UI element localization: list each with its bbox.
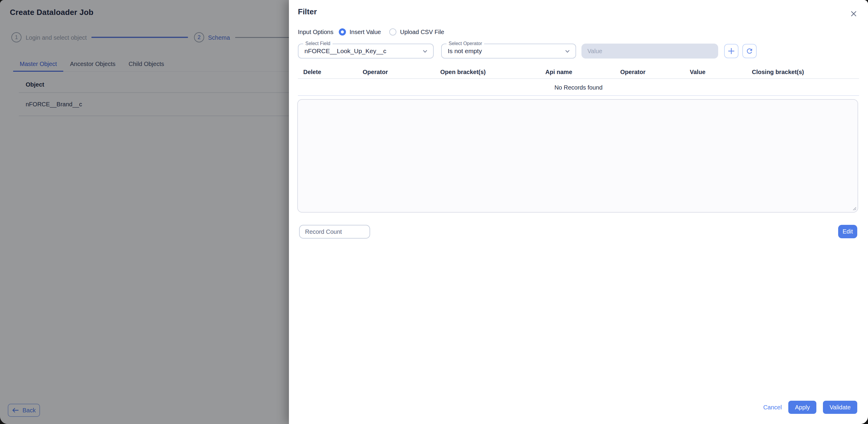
empty-records-message: No Records found bbox=[289, 84, 868, 91]
close-icon bbox=[850, 10, 858, 18]
column-header-delete: Delete bbox=[303, 69, 321, 75]
divider bbox=[298, 95, 859, 96]
select-field-value: nFORCE__Look_Up_Key__c bbox=[305, 44, 386, 58]
radio-insert-value[interactable] bbox=[339, 28, 346, 35]
input-options-row: Input Options Insert Value Upload CSV Fi… bbox=[298, 28, 453, 36]
edit-button[interactable]: Edit bbox=[838, 225, 857, 238]
close-button[interactable] bbox=[848, 8, 859, 19]
chevron-down-icon bbox=[564, 48, 571, 55]
column-header-api-name: Api name bbox=[545, 69, 572, 75]
app-window: Create Dataloader Job 1 Login and select… bbox=[0, 0, 868, 424]
radio-upload-csv-label[interactable]: Upload CSV File bbox=[400, 29, 444, 35]
column-header-value: Value bbox=[690, 69, 705, 75]
chevron-down-icon bbox=[422, 48, 428, 55]
drawer-actions: Cancel Apply Validate bbox=[763, 401, 857, 414]
column-header-operator-2: Operator bbox=[620, 69, 645, 75]
column-header-closing-brackets: Closing bracket(s) bbox=[752, 69, 804, 75]
select-operator-value: Is not empty bbox=[448, 44, 482, 58]
select-field-dropdown[interactable]: Select Field nFORCE__Look_Up_Key__c bbox=[298, 43, 434, 59]
filter-drawer: Filter Input Options Insert Value Upload… bbox=[289, 0, 868, 424]
filter-query-textarea[interactable] bbox=[297, 99, 858, 213]
record-count-input[interactable] bbox=[299, 225, 370, 239]
screen: Create Dataloader Job 1 Login and select… bbox=[0, 0, 868, 424]
radio-upload-csv[interactable] bbox=[389, 28, 396, 35]
radio-insert-value-label[interactable]: Insert Value bbox=[349, 29, 381, 35]
apply-button[interactable]: Apply bbox=[788, 401, 816, 414]
refresh-button[interactable] bbox=[742, 44, 757, 58]
value-input bbox=[582, 43, 718, 59]
validate-button[interactable]: Validate bbox=[823, 401, 857, 414]
select-operator-dropdown[interactable]: Select Operator Is not empty bbox=[441, 43, 576, 59]
cancel-button[interactable]: Cancel bbox=[763, 404, 782, 411]
column-header-open-brackets: Open bracket(s) bbox=[440, 69, 486, 75]
column-header-operator: Operator bbox=[363, 69, 388, 75]
plus-icon bbox=[727, 47, 736, 55]
drawer-title: Filter bbox=[298, 7, 317, 17]
refresh-icon bbox=[746, 47, 753, 55]
add-condition-button[interactable] bbox=[724, 44, 739, 58]
divider bbox=[298, 78, 859, 79]
input-options-label: Input Options bbox=[298, 29, 333, 35]
